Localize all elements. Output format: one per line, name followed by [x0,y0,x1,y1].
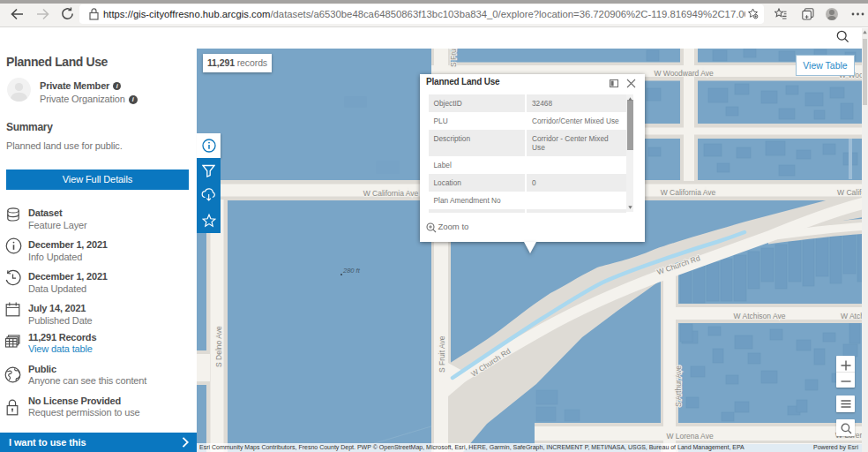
svg-text:S Delno Ave: S Delno Ave [214,326,223,367]
svg-text:S Fruit Ave: S Fruit Ave [449,49,458,67]
svg-text:W California Ave: W California Ave [363,189,419,198]
svg-text:W Lorena Ave: W Lorena Ave [666,432,714,441]
svg-text:W California Ave: W California Ave [837,188,862,197]
svg-text:S Arthur Ave: S Arthur Ave [674,365,683,407]
svg-text:W Woodward Ave: W Woodward Ave [654,69,714,78]
svg-text:W Atchison Ave: W Atchison Ave [734,312,786,320]
svg-text:280 ft: 280 ft [342,267,361,275]
svg-text:S Fruit Ave: S Fruit Ave [438,335,446,373]
svg-text:W Atchison Ave: W Atchison Ave [841,312,862,320]
svg-text:W California Ave: W California Ave [661,188,716,197]
